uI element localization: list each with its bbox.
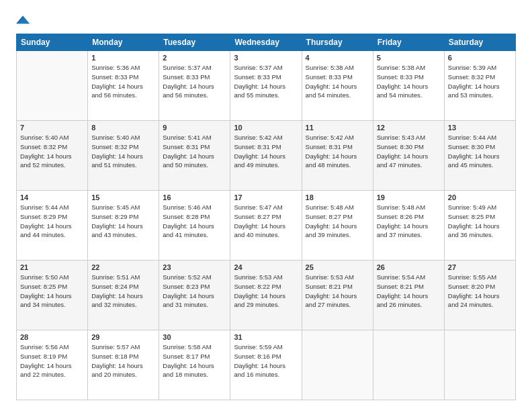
logo-icon (16, 13, 30, 27)
calendar-cell: 15Sunrise: 5:45 AM Sunset: 8:29 PM Dayli… (88, 191, 159, 261)
day-info: Sunrise: 5:37 AM Sunset: 8:33 PM Dayligh… (163, 63, 226, 100)
day-info: Sunrise: 5:59 AM Sunset: 8:16 PM Dayligh… (234, 342, 298, 379)
calendar-cell: 14Sunrise: 5:44 AM Sunset: 8:29 PM Dayli… (17, 191, 88, 261)
day-number: 22 (91, 263, 155, 271)
day-number: 27 (448, 263, 512, 271)
day-number: 8 (91, 124, 155, 132)
day-info: Sunrise: 5:56 AM Sunset: 8:19 PM Dayligh… (20, 342, 84, 379)
week-row-1: 1Sunrise: 5:36 AM Sunset: 8:33 PM Daylig… (17, 51, 516, 121)
day-number: 3 (234, 54, 298, 62)
day-number: 2 (163, 54, 226, 62)
day-info: Sunrise: 5:52 AM Sunset: 8:23 PM Dayligh… (163, 273, 226, 310)
day-info: Sunrise: 5:57 AM Sunset: 8:18 PM Dayligh… (91, 342, 155, 379)
day-number: 12 (377, 124, 441, 132)
calendar-cell: 7Sunrise: 5:40 AM Sunset: 8:32 PM Daylig… (17, 121, 88, 191)
calendar-cell: 17Sunrise: 5:47 AM Sunset: 8:27 PM Dayli… (230, 191, 302, 261)
day-info: Sunrise: 5:48 AM Sunset: 8:26 PM Dayligh… (377, 203, 441, 240)
day-info: Sunrise: 5:43 AM Sunset: 8:30 PM Dayligh… (377, 133, 441, 170)
calendar-cell: 25Sunrise: 5:53 AM Sunset: 8:21 PM Dayli… (302, 261, 373, 330)
day-info: Sunrise: 5:38 AM Sunset: 8:33 PM Dayligh… (377, 63, 441, 100)
day-number: 29 (91, 333, 155, 341)
calendar-cell: 30Sunrise: 5:58 AM Sunset: 8:17 PM Dayli… (159, 330, 230, 400)
day-number: 19 (377, 193, 441, 201)
week-row-2: 7Sunrise: 5:40 AM Sunset: 8:32 PM Daylig… (17, 121, 516, 191)
calendar-cell: 11Sunrise: 5:42 AM Sunset: 8:31 PM Dayli… (302, 121, 373, 191)
calendar-cell (444, 330, 515, 400)
weekday-thursday: Thursday (302, 34, 373, 51)
calendar-cell: 9Sunrise: 5:41 AM Sunset: 8:31 PM Daylig… (159, 121, 230, 191)
day-number: 17 (234, 193, 298, 201)
day-info: Sunrise: 5:40 AM Sunset: 8:32 PM Dayligh… (91, 133, 155, 170)
day-number: 10 (234, 124, 298, 132)
day-info: Sunrise: 5:48 AM Sunset: 8:27 PM Dayligh… (306, 203, 369, 240)
day-number: 16 (163, 193, 226, 201)
calendar-cell: 26Sunrise: 5:54 AM Sunset: 8:21 PM Dayli… (373, 261, 444, 330)
calendar-cell: 6Sunrise: 5:39 AM Sunset: 8:32 PM Daylig… (444, 51, 515, 121)
day-number: 1 (91, 54, 155, 62)
weekday-wednesday: Wednesday (230, 34, 302, 51)
day-info: Sunrise: 5:46 AM Sunset: 8:28 PM Dayligh… (163, 203, 226, 240)
day-number: 18 (306, 193, 369, 201)
calendar-cell: 27Sunrise: 5:55 AM Sunset: 8:20 PM Dayli… (444, 261, 515, 330)
calendar-cell: 5Sunrise: 5:38 AM Sunset: 8:33 PM Daylig… (373, 51, 444, 121)
day-number: 31 (234, 333, 298, 341)
calendar: SundayMondayTuesdayWednesdayThursdayFrid… (16, 34, 516, 400)
calendar-cell: 24Sunrise: 5:53 AM Sunset: 8:22 PM Dayli… (230, 261, 302, 330)
day-number: 14 (20, 193, 84, 201)
day-info: Sunrise: 5:50 AM Sunset: 8:25 PM Dayligh… (20, 273, 84, 310)
day-number: 6 (448, 54, 512, 62)
weekday-friday: Friday (373, 34, 444, 51)
day-info: Sunrise: 5:49 AM Sunset: 8:25 PM Dayligh… (448, 203, 512, 240)
day-number: 7 (20, 124, 84, 132)
calendar-cell: 21Sunrise: 5:50 AM Sunset: 8:25 PM Dayli… (17, 261, 88, 330)
day-info: Sunrise: 5:39 AM Sunset: 8:32 PM Dayligh… (448, 63, 512, 100)
calendar-cell: 31Sunrise: 5:59 AM Sunset: 8:16 PM Dayli… (230, 330, 302, 400)
day-number: 15 (91, 193, 155, 201)
page: SundayMondayTuesdayWednesdayThursdayFrid… (0, 0, 532, 411)
day-info: Sunrise: 5:53 AM Sunset: 8:21 PM Dayligh… (306, 273, 369, 310)
day-info: Sunrise: 5:38 AM Sunset: 8:33 PM Dayligh… (306, 63, 369, 100)
day-number: 24 (234, 263, 298, 271)
calendar-cell: 23Sunrise: 5:52 AM Sunset: 8:23 PM Dayli… (159, 261, 230, 330)
calendar-cell: 20Sunrise: 5:49 AM Sunset: 8:25 PM Dayli… (444, 191, 515, 261)
day-info: Sunrise: 5:44 AM Sunset: 8:29 PM Dayligh… (20, 203, 84, 240)
week-row-4: 21Sunrise: 5:50 AM Sunset: 8:25 PM Dayli… (17, 261, 516, 330)
day-info: Sunrise: 5:51 AM Sunset: 8:24 PM Dayligh… (91, 273, 155, 310)
day-info: Sunrise: 5:54 AM Sunset: 8:21 PM Dayligh… (377, 273, 441, 310)
day-number: 30 (163, 333, 226, 341)
day-info: Sunrise: 5:37 AM Sunset: 8:33 PM Dayligh… (234, 63, 298, 100)
calendar-cell: 1Sunrise: 5:36 AM Sunset: 8:33 PM Daylig… (88, 51, 159, 121)
week-row-5: 28Sunrise: 5:56 AM Sunset: 8:19 PM Dayli… (17, 330, 516, 400)
day-number: 13 (448, 124, 512, 132)
day-number: 26 (377, 263, 441, 271)
calendar-cell: 29Sunrise: 5:57 AM Sunset: 8:18 PM Dayli… (88, 330, 159, 400)
day-number: 23 (163, 263, 226, 271)
calendar-cell: 10Sunrise: 5:42 AM Sunset: 8:31 PM Dayli… (230, 121, 302, 191)
calendar-cell: 4Sunrise: 5:38 AM Sunset: 8:33 PM Daylig… (302, 51, 373, 121)
calendar-cell: 16Sunrise: 5:46 AM Sunset: 8:28 PM Dayli… (159, 191, 230, 261)
day-info: Sunrise: 5:40 AM Sunset: 8:32 PM Dayligh… (20, 133, 84, 170)
day-number: 25 (306, 263, 369, 271)
day-info: Sunrise: 5:41 AM Sunset: 8:31 PM Dayligh… (163, 133, 226, 170)
calendar-cell (302, 330, 373, 400)
weekday-header-row: SundayMondayTuesdayWednesdayThursdayFrid… (17, 34, 516, 51)
calendar-cell: 18Sunrise: 5:48 AM Sunset: 8:27 PM Dayli… (302, 191, 373, 261)
day-info: Sunrise: 5:55 AM Sunset: 8:20 PM Dayligh… (448, 273, 512, 310)
day-info: Sunrise: 5:36 AM Sunset: 8:33 PM Dayligh… (91, 63, 155, 100)
calendar-cell: 28Sunrise: 5:56 AM Sunset: 8:19 PM Dayli… (17, 330, 88, 400)
day-info: Sunrise: 5:42 AM Sunset: 8:31 PM Dayligh… (234, 133, 298, 170)
logo (16, 13, 32, 27)
day-number: 4 (306, 54, 369, 62)
day-info: Sunrise: 5:53 AM Sunset: 8:22 PM Dayligh… (234, 273, 298, 310)
day-info: Sunrise: 5:45 AM Sunset: 8:29 PM Dayligh… (91, 203, 155, 240)
weekday-saturday: Saturday (444, 34, 515, 51)
calendar-cell: 3Sunrise: 5:37 AM Sunset: 8:33 PM Daylig… (230, 51, 302, 121)
calendar-cell: 12Sunrise: 5:43 AM Sunset: 8:30 PM Dayli… (373, 121, 444, 191)
day-number: 5 (377, 54, 441, 62)
day-info: Sunrise: 5:42 AM Sunset: 8:31 PM Dayligh… (306, 133, 369, 170)
day-info: Sunrise: 5:44 AM Sunset: 8:30 PM Dayligh… (448, 133, 512, 170)
weekday-tuesday: Tuesday (159, 34, 230, 51)
calendar-cell: 2Sunrise: 5:37 AM Sunset: 8:33 PM Daylig… (159, 51, 230, 121)
day-number: 11 (306, 124, 369, 132)
day-number: 28 (20, 333, 84, 341)
